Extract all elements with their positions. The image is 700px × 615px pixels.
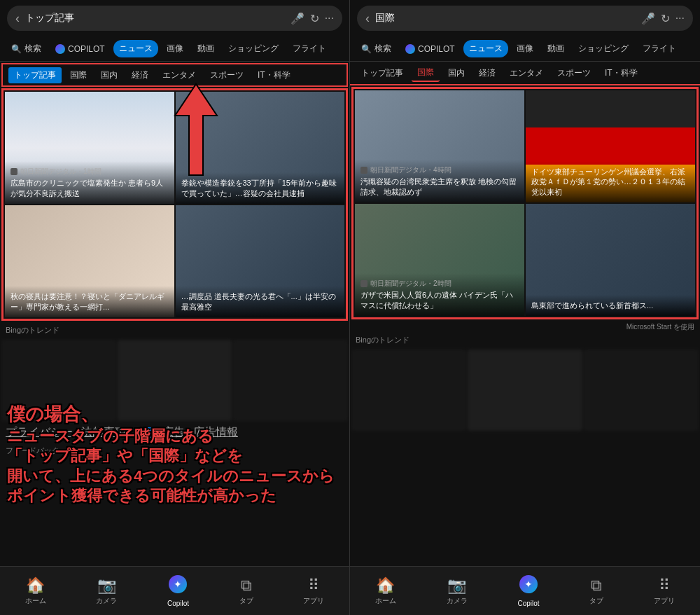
left-apps-label: アプリ xyxy=(303,596,324,606)
left-tab-news[interactable]: ニュース xyxy=(113,40,158,57)
main-container: ‹ トップ記事 🎤 ↻ ··· 🔍 検索 COPILOT xyxy=(0,0,700,615)
right-tab-video[interactable]: 動画 xyxy=(542,40,570,57)
left-search-bar[interactable]: ‹ トップ記事 🎤 ↻ ··· xyxy=(7,6,342,31)
left-subtab-intl[interactable]: 国際 xyxy=(64,67,92,83)
right-tab-icon: ⧉ xyxy=(591,576,602,595)
left-bottom-home[interactable]: 🏠 ホーム xyxy=(25,576,46,606)
right-news-source-3: 朝日新聞デジタル・2時間 xyxy=(360,279,519,289)
left-news-tile-2[interactable]: 拳銃や模造拳銃を33丁所持「15年前から趣味で買っていた」…容疑の会社員逮捕 xyxy=(176,92,345,204)
right-copilot-nav-label: Copilot xyxy=(517,600,539,607)
right-search-input[interactable]: 国際 xyxy=(375,12,641,25)
right-more-icon[interactable]: ··· xyxy=(676,12,685,25)
svg-text:✦: ✦ xyxy=(174,579,182,590)
right-search-bar[interactable]: ‹ 国際 🎤 ↻ ··· xyxy=(357,6,693,31)
right-tab-flight[interactable]: フライト xyxy=(637,40,682,57)
left-subtab-domestic[interactable]: 国内 xyxy=(95,67,123,83)
left-camera-label: カメラ xyxy=(96,596,117,606)
left-copilot-nav-icon: ✦ xyxy=(168,574,188,598)
left-subtab-entertainment[interactable]: エンタメ xyxy=(157,67,202,83)
right-tab-search[interactable]: 🔍 検索 xyxy=(356,40,397,57)
left-bottom-camera[interactable]: 📷 カメラ xyxy=(96,576,117,606)
left-search-tab-icon: 🔍 xyxy=(11,44,22,54)
right-news-title-3: ガザで米国人人質6人の遺体 バイデン氏「ハマスに代償払わせる」 xyxy=(360,290,519,310)
right-subtab-intl[interactable]: 国際 xyxy=(412,64,440,82)
left-camera-icon: 📷 xyxy=(97,576,116,595)
right-tab-copilot[interactable]: COPILOT xyxy=(400,41,461,57)
left-footer-privacy[interactable]: プライバシー xyxy=(6,425,73,440)
right-bottom-camera[interactable]: 📷 カメラ xyxy=(447,576,468,606)
left-news-overlay-1: 朝日新聞デジタル・1時間 広島市のクリニックで塩素発生か 患者ら9人が気分不良訴… xyxy=(5,161,174,204)
left-copilot-icon xyxy=(55,44,65,54)
right-news-tab-label: ニュース xyxy=(469,43,503,55)
right-subtab-entertainment[interactable]: エンタメ xyxy=(504,65,549,81)
right-panel: ‹ 国際 🎤 ↻ ··· 🔍 検索 COPILOT xyxy=(350,0,700,615)
left-tab-icon: ⧉ xyxy=(241,576,252,595)
right-trending-tile-3 xyxy=(584,350,699,431)
right-camera-icon: 📷 xyxy=(447,576,466,595)
left-footer-legal[interactable]: 法的事項 xyxy=(81,425,126,440)
right-trending-tile-1 xyxy=(351,350,466,431)
left-news-tile-4[interactable]: …調度品 道長夫妻の光る君へ「...」は半安の最高雅空 xyxy=(176,205,345,317)
right-subtab-domestic[interactable]: 国内 xyxy=(442,65,470,81)
left-trending-tile-2 xyxy=(118,340,232,421)
right-tab-images[interactable]: 画像 xyxy=(511,40,539,57)
right-home-icon: 🏠 xyxy=(376,576,395,595)
right-back-button[interactable]: ‹ xyxy=(365,11,370,26)
left-news-tile-1[interactable]: 朝日新聞デジタル・1時間 広島市のクリニックで塩素発生か 患者ら9人が気分不良訴… xyxy=(5,92,174,204)
left-bottom-tab[interactable]: ⧉ タブ xyxy=(239,576,253,606)
left-bottom-copilot[interactable]: ✦ Copilot xyxy=(167,574,189,607)
left-subtab-top[interactable]: トップ記事 xyxy=(8,67,62,83)
right-subtab-it[interactable]: IT・科学 xyxy=(599,65,643,81)
right-bottom-home[interactable]: 🏠 ホーム xyxy=(375,576,396,606)
right-source-icon-3 xyxy=(360,280,368,287)
left-tab-images[interactable]: 画像 xyxy=(161,40,189,57)
left-search-tab-label: 検索 xyxy=(24,43,41,55)
left-refresh-icon[interactable]: ↻ xyxy=(310,12,319,25)
right-mic-icon[interactable]: 🎤 xyxy=(641,12,655,25)
right-bottom-apps[interactable]: ⠿ アプリ xyxy=(654,576,675,606)
left-home-label: ホーム xyxy=(25,596,46,606)
right-tab-news[interactable]: ニュース xyxy=(463,40,508,57)
left-bottom-apps[interactable]: ⠿ アプリ xyxy=(303,576,324,606)
right-subtab-economy[interactable]: 経済 xyxy=(473,65,501,81)
right-panel-content: ‹ 国際 🎤 ↻ ··· 🔍 検索 COPILOT xyxy=(350,0,700,566)
left-images-tab-label: 画像 xyxy=(167,43,183,55)
left-mic-icon[interactable]: 🎤 xyxy=(290,12,304,25)
right-news-tile-3[interactable]: 朝日新聞デジタル・2時間 ガザで米国人人質6人の遺体 バイデン氏「ハマスに代償払… xyxy=(355,204,524,316)
left-news-tile-3[interactable]: 秋の寝具は要注意！？寝いと「ダニアレルギー」専門家が教える一網打... xyxy=(5,205,174,317)
left-news-source-1: 朝日新聞デジタル・1時間 xyxy=(10,167,169,177)
left-subtab-economy[interactable]: 経済 xyxy=(126,67,154,83)
left-search-input[interactable]: トップ記事 xyxy=(25,12,290,25)
left-trending-tiles xyxy=(0,338,349,422)
left-footer-ad[interactable]: 広告 xyxy=(162,425,185,440)
left-copilot-nav-label: Copilot xyxy=(167,600,189,607)
right-bottom-tab[interactable]: ⧉ タブ xyxy=(589,576,603,606)
left-tab-search[interactable]: 🔍 検索 xyxy=(6,40,47,57)
right-news-tile-2[interactable]: ドイツ東部チューリンゲン州議会選挙、右派政党ＡｆＤが第１党の勢い…２０１３年の結… xyxy=(526,90,695,202)
left-subtab-sports[interactable]: スポーツ xyxy=(204,67,249,83)
right-tab-shopping[interactable]: ショッピング xyxy=(573,40,634,57)
right-news-overlay-2: ドイツ東部チューリンゲン州議会選挙、右派政党ＡｆＤが第１党の勢い…２０１３年の結… xyxy=(526,161,695,202)
left-source-icon-1 xyxy=(10,168,18,175)
left-more-icon[interactable]: ··· xyxy=(325,12,334,25)
right-bottom-copilot[interactable]: ✦ Copilot xyxy=(517,574,539,607)
left-tab-flight[interactable]: フライト xyxy=(287,40,332,57)
left-tab-copilot[interactable]: COPILOT xyxy=(50,41,111,57)
left-news-grid-wrapper: 朝日新聞デジタル・1時間 広島市のクリニックで塩素発生か 患者ら9人が気分不良訴… xyxy=(1,88,348,321)
right-news-grid: 朝日新聞デジタル・4時間 汚職容疑の台湾民衆党主席を釈放 地検の勾留請求、地裁認… xyxy=(354,89,696,317)
right-news-tile-1[interactable]: 朝日新聞デジタル・4時間 汚職容疑の台湾民衆党主席を釈放 地検の勾留請求、地裁認… xyxy=(355,90,524,202)
left-tab-video[interactable]: 動画 xyxy=(192,40,220,57)
right-subtab-sports[interactable]: スポーツ xyxy=(552,65,596,81)
left-tab-nav-label: タブ xyxy=(239,596,253,606)
right-news-tile-4[interactable]: 島東部で進められている新首都ス... xyxy=(526,204,695,316)
right-refresh-icon[interactable]: ↻ xyxy=(661,12,670,25)
left-tab-shopping[interactable]: ショッピング xyxy=(223,40,284,57)
right-camera-label: カメラ xyxy=(447,596,468,606)
left-footer-adinfo[interactable]: 広告情報 xyxy=(193,425,238,440)
left-back-button[interactable]: ‹ xyxy=(15,11,20,26)
right-apps-icon: ⠿ xyxy=(659,576,670,595)
left-subtab-it[interactable]: IT・科学 xyxy=(252,67,296,83)
right-trending-label: Bingのトレンド xyxy=(350,332,700,348)
right-subtab-top[interactable]: トップ記事 xyxy=(356,65,409,81)
left-news-title-1: 広島市のクリニックで塩素発生か 患者ら9人が気分不良訴え搬送 xyxy=(10,178,169,198)
